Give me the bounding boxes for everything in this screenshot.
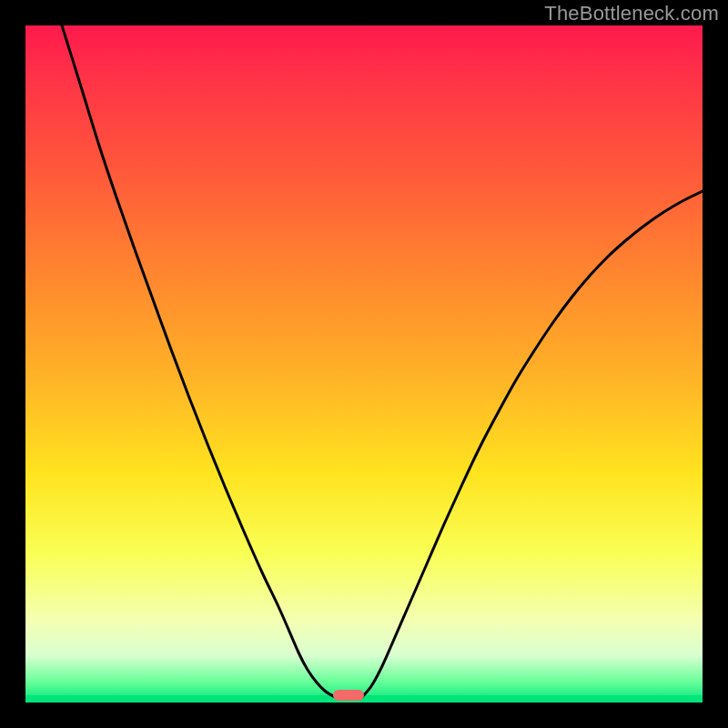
chart-frame: TheBottleneck.com — [0, 0, 728, 728]
watermark-text: TheBottleneck.com — [544, 2, 719, 25]
bottleneck-curve — [25, 25, 703, 703]
plot-area — [25, 25, 703, 703]
curve-right-branch — [362, 191, 703, 697]
optimal-marker — [333, 690, 364, 701]
curve-left-branch — [62, 25, 335, 697]
